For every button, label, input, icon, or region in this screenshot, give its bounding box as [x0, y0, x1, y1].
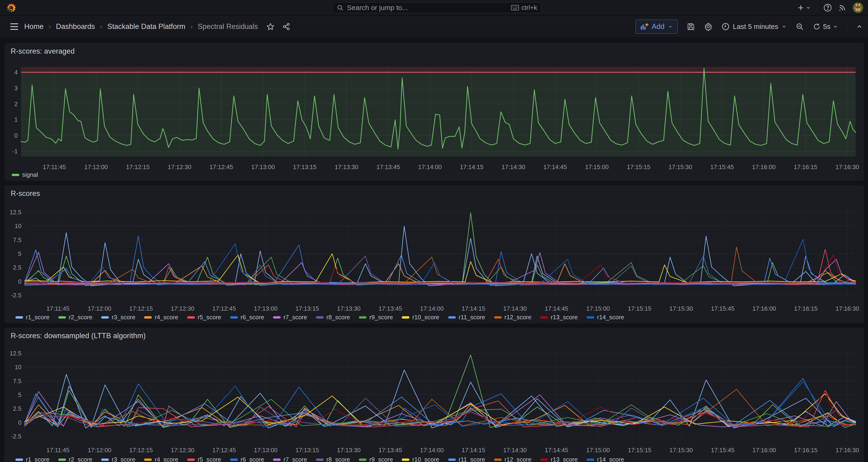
plot-area[interactable]: [5, 328, 864, 462]
legend-item-r9_score[interactable]: r9_score: [359, 456, 393, 462]
legend-swatch: [101, 316, 109, 318]
legend-item-r10_score[interactable]: r10_score: [402, 456, 439, 462]
collapse-menu-button[interactable]: [856, 23, 863, 30]
x-axis-tick: 17:12:00: [88, 305, 111, 312]
menu-toggle-button[interactable]: [10, 23, 18, 30]
breadcrumb-dashboards[interactable]: Dashboards: [56, 22, 95, 31]
legend: signal: [12, 171, 38, 178]
legend-item-r2_score[interactable]: r2_score: [58, 456, 92, 462]
legend-label: signal: [22, 171, 38, 178]
x-axis-tick: 17:15:45: [710, 163, 734, 171]
legend-swatch: [187, 316, 195, 318]
timeseries-chart[interactable]: 12.5107.552.50-2.517:11:4517:12:0017:12:…: [5, 186, 864, 323]
y-axis-tick: 0: [5, 278, 22, 285]
x-axis-tick: 17:13:30: [335, 163, 358, 171]
y-axis-tick: 4: [5, 69, 18, 76]
legend-item-r5_score[interactable]: r5_score: [187, 456, 221, 462]
legend-label: r5_score: [198, 456, 221, 462]
x-axis-tick: 17:15:00: [586, 305, 610, 312]
timeseries-chart[interactable]: 12.5107.552.50-2.517:11:4517:12:0017:12:…: [5, 328, 864, 462]
legend-item-r2_score[interactable]: r2_score: [58, 314, 92, 321]
keyboard-icon: [511, 5, 519, 11]
new-menu-button[interactable]: +: [798, 3, 811, 12]
help-button[interactable]: [823, 3, 832, 12]
legend-item-r3_score[interactable]: r3_score: [101, 314, 135, 321]
time-range-picker[interactable]: Last 5 minutes: [721, 23, 787, 31]
y-axis-tick: 0: [5, 419, 22, 426]
legend-swatch: [540, 459, 548, 461]
legend: r1_scorer2_scorer3_scorer4_scorer5_score…: [16, 314, 624, 321]
x-axis-tick: 17:14:15: [460, 163, 484, 171]
y-axis-tick: 2.5: [5, 405, 22, 412]
legend-item-r13_score[interactable]: r13_score: [540, 314, 578, 321]
legend-item-r9_score[interactable]: r9_score: [359, 314, 393, 321]
x-axis-tick: 17:13:45: [379, 305, 402, 312]
legend-item-r13_score[interactable]: r13_score: [540, 456, 578, 462]
legend-item-r14_score[interactable]: r14_score: [587, 314, 624, 321]
legend-swatch: [16, 316, 23, 318]
legend-swatch: [587, 459, 594, 461]
legend-swatch: [273, 459, 281, 461]
legend-item-r6_score[interactable]: r6_score: [230, 314, 264, 321]
x-axis-tick: 17:15:45: [711, 446, 735, 454]
legend-item-r7_score[interactable]: r7_score: [273, 456, 307, 462]
news-button[interactable]: [838, 3, 846, 12]
x-axis-tick: 17:16:00: [752, 163, 776, 171]
legend-item-r6_score[interactable]: r6_score: [230, 456, 264, 462]
legend-item-r4_score[interactable]: r4_score: [144, 456, 178, 462]
y-axis-tick: 5: [5, 250, 22, 257]
y-axis-tick: 1: [5, 116, 18, 123]
plot-area[interactable]: [5, 43, 864, 181]
x-axis-tick: 17:16:30: [836, 305, 859, 312]
x-axis-tick: 17:16:00: [752, 305, 776, 312]
breadcrumb-folder[interactable]: Stackable Data Platform: [107, 22, 185, 31]
legend-item-r3_score[interactable]: r3_score: [101, 456, 135, 462]
x-axis-tick: 17:13:15: [296, 305, 319, 312]
legend-swatch: [230, 459, 238, 461]
avatar[interactable]: [852, 2, 863, 13]
legend-item-r11_score[interactable]: r11_score: [448, 456, 485, 462]
y-axis-tick: 0: [5, 132, 18, 139]
legend-label: r10_score: [412, 314, 439, 321]
x-axis-tick: 17:16:00: [752, 446, 776, 454]
timeseries-chart[interactable]: 43210-117:11:4517:12:0017:12:1517:12:301…: [5, 43, 864, 181]
x-axis-tick: 17:14:00: [418, 163, 442, 171]
search-input[interactable]: Search or jump to... ctrl+k: [332, 2, 541, 13]
grafana-logo[interactable]: [6, 3, 16, 12]
legend-item-r4_score[interactable]: r4_score: [144, 314, 178, 321]
divider: [847, 22, 847, 31]
legend-item-r7_score[interactable]: r7_score: [273, 314, 307, 321]
legend-item-r11_score[interactable]: r11_score: [448, 314, 485, 321]
legend-item-r8_score[interactable]: r8_score: [316, 456, 350, 462]
dashboard-settings-button[interactable]: [704, 22, 713, 31]
legend-item-r10_score[interactable]: r10_score: [402, 314, 439, 321]
legend-item-r5_score[interactable]: r5_score: [187, 314, 221, 321]
share-button[interactable]: [282, 23, 290, 31]
breadcrumb-current: Spectral Residuals: [198, 22, 258, 31]
legend-item-r1_score[interactable]: r1_score: [16, 456, 50, 462]
save-dashboard-button[interactable]: [687, 22, 695, 31]
add-button[interactable]: Add: [636, 20, 678, 34]
legend-item-r12_score[interactable]: r12_score: [494, 456, 532, 462]
panel-rscores-downsampled: R-scores: downsampled (LTTB algorithm) 1…: [4, 328, 864, 462]
legend-item-r8_score[interactable]: r8_score: [316, 314, 350, 321]
legend-item-r12_score[interactable]: r12_score: [494, 314, 532, 321]
breadcrumb: Home › Dashboards › Stackable Data Platf…: [24, 16, 290, 37]
legend-item-r1_score[interactable]: r1_score: [16, 314, 50, 321]
gear-icon: [704, 22, 713, 31]
legend-item-signal[interactable]: signal: [12, 171, 38, 178]
legend-item-r14_score[interactable]: r14_score: [587, 456, 624, 462]
legend-swatch: [144, 316, 152, 318]
zoom-out-button[interactable]: [796, 22, 804, 31]
chevron-down-icon: [806, 5, 811, 10]
x-axis-tick: 17:11:45: [43, 163, 66, 171]
chevron-up-icon: [856, 23, 863, 30]
favorite-button[interactable]: [267, 23, 274, 31]
breadcrumb-home[interactable]: Home: [24, 22, 43, 31]
x-axis-tick: 17:15:30: [669, 446, 693, 454]
legend-label: r8_score: [327, 456, 350, 462]
plot-area[interactable]: [5, 186, 864, 323]
refresh-picker[interactable]: 5s: [813, 23, 838, 31]
x-axis-tick: 17:15:00: [586, 446, 610, 454]
legend-swatch: [16, 459, 23, 461]
